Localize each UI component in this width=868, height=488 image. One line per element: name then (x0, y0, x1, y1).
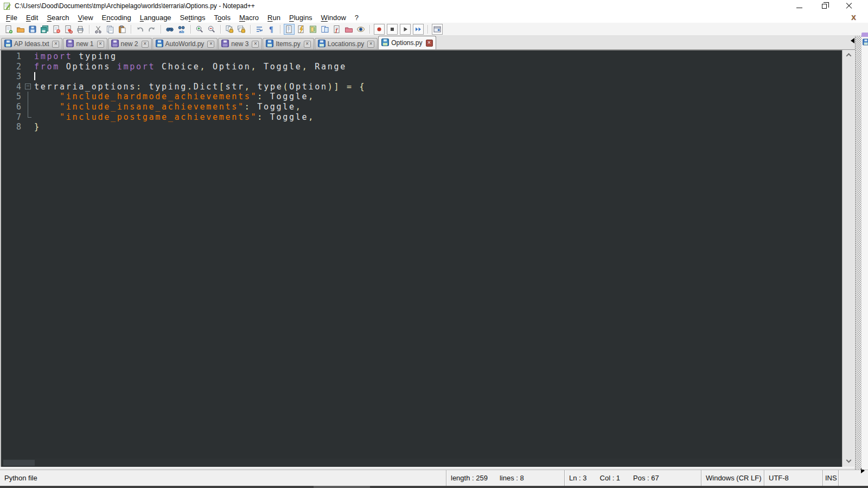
new-file-icon[interactable] (4, 24, 14, 34)
tab-locations-py[interactable]: Locations.py× (315, 38, 378, 49)
fold-margin[interactable]: − (24, 50, 33, 467)
status-ln: Ln : 3 (569, 474, 587, 482)
sync-v-icon[interactable] (225, 24, 234, 34)
document-close-x-icon[interactable]: X (851, 14, 856, 22)
status-bar: Python file length : 259 lines : 8 Ln : … (0, 470, 868, 486)
close-icon[interactable] (52, 24, 61, 34)
horizontal-scrollbar-thumb[interactable] (3, 460, 35, 466)
menu-item-plugins[interactable]: Plugins (285, 13, 317, 22)
save-all-icon[interactable] (40, 24, 49, 34)
menu-item-run[interactable]: Run (263, 13, 285, 22)
function-list-icon[interactable]: f (332, 24, 342, 34)
horizontal-scrollbar[interactable] (2, 459, 842, 467)
macro-panel-icon[interactable] (432, 24, 442, 34)
wrap-icon[interactable] (254, 24, 264, 34)
menu-item-settings[interactable]: Settings (176, 13, 210, 22)
folder-workspace-icon[interactable] (344, 24, 354, 34)
menu-item-help[interactable]: ? (350, 13, 363, 22)
taskbar-item (314, 486, 370, 488)
tab-close-icon[interactable]: × (52, 41, 59, 48)
print-icon[interactable] (75, 24, 85, 34)
show-symbols-icon[interactable]: ¶ (266, 24, 276, 34)
menu-item-search[interactable]: Search (42, 13, 73, 22)
tab-close-icon[interactable]: × (367, 41, 374, 48)
tab-options-py[interactable]: Options.py× (378, 36, 436, 49)
taskbar-strip (0, 486, 868, 488)
editor-area[interactable]: 12345678 − import typingfrom Options imp… (0, 50, 842, 467)
line-number: 6 (1, 102, 21, 112)
menu-item-view[interactable]: View (74, 13, 98, 22)
code-token: typing (143, 82, 187, 92)
toolbar-separator (190, 25, 191, 34)
code-token: . (187, 82, 194, 92)
menu-item-tools[interactable]: Tools (210, 13, 235, 22)
tab-new-3[interactable]: new 3× (218, 38, 262, 49)
close-button[interactable] (837, 1, 861, 11)
floppy-icon (318, 40, 326, 49)
menu-item-edit[interactable]: Edit (22, 13, 42, 22)
code-line: "include_insane_achievements": Toggle, (34, 102, 842, 112)
doc-map-icon[interactable] (308, 24, 318, 34)
floppy-icon (4, 40, 12, 49)
tab-close-icon[interactable]: × (304, 41, 311, 48)
code-token: typing (73, 52, 117, 61)
code-token (34, 112, 60, 122)
tab-new-2[interactable]: new 2× (108, 38, 152, 49)
cut-icon[interactable] (93, 24, 103, 34)
tab-close-icon[interactable]: × (142, 41, 149, 48)
menu-item-window[interactable]: Window (317, 13, 350, 22)
tab-new-1[interactable]: new 1× (63, 38, 107, 49)
background-window-tab (861, 33, 868, 37)
sync-h-icon[interactable] (237, 24, 246, 34)
run-lightning-icon[interactable] (296, 24, 306, 34)
menu-item-macro[interactable]: Macro (235, 13, 263, 22)
tab-label: Items.py (276, 40, 300, 48)
monitor-eye-icon[interactable] (356, 24, 366, 34)
menu-item-encoding[interactable]: Encoding (98, 13, 136, 22)
redo-icon[interactable] (147, 24, 157, 34)
menu-item-language[interactable]: Language (136, 13, 176, 22)
minimize-button[interactable] (787, 1, 812, 11)
replace-icon[interactable]: ab (177, 24, 187, 34)
vertical-scrollbar[interactable] (842, 50, 854, 467)
tab-close-icon[interactable]: × (207, 41, 214, 48)
floppy-icon (111, 40, 119, 49)
tab-close-icon[interactable]: × (426, 40, 433, 47)
indent-guide-icon[interactable] (284, 24, 294, 34)
tab-scroll-left-icon[interactable] (851, 38, 854, 43)
zoom-in-icon[interactable] (195, 24, 205, 34)
undo-icon[interactable] (135, 24, 145, 34)
tab-items-py[interactable]: Items.py× (263, 38, 314, 49)
tab-bar: AP Ideas.txt×new 1×new 2×AutoWorld.py×ne… (0, 36, 868, 50)
restore-button[interactable] (812, 1, 837, 11)
code-line: from Options import Choice, Option, Togg… (34, 62, 842, 72)
code-content[interactable]: import typingfrom Options import Choice,… (33, 50, 842, 467)
tab-close-icon[interactable]: × (97, 41, 104, 48)
zoom-out-icon[interactable] (207, 24, 216, 34)
open-icon[interactable] (16, 24, 25, 34)
tab-ap-ideas-txt[interactable]: AP Ideas.txt× (1, 38, 62, 49)
close-all-icon[interactable] (63, 24, 73, 34)
fold-collapse-icon[interactable]: − (25, 84, 31, 89)
status-insert-mode: INS (822, 470, 838, 486)
macro-multi-icon[interactable] (413, 24, 423, 34)
menu-item-file[interactable]: File (2, 13, 22, 22)
scroll-up-button[interactable] (843, 50, 854, 60)
status-length-lines: length : 259 lines : 8 (446, 470, 564, 486)
paste-icon[interactable] (117, 24, 127, 34)
fold-cell[interactable]: − (24, 82, 33, 92)
doc-list-icon[interactable] (320, 24, 330, 34)
code-line: "include_hardmode_achievements": Toggle, (34, 92, 842, 102)
macro-stop-icon[interactable] (387, 24, 397, 34)
save-icon[interactable] (28, 24, 37, 34)
code-token: , (245, 82, 251, 92)
copy-icon[interactable] (105, 24, 115, 34)
find-icon[interactable] (165, 24, 175, 34)
code-token: , (251, 62, 258, 72)
tab-autoworld-py[interactable]: AutoWorld.py× (152, 38, 218, 49)
code-token: ( (283, 82, 289, 92)
scroll-down-button[interactable] (843, 457, 854, 467)
macro-play-icon[interactable] (400, 24, 410, 34)
macro-record-icon[interactable] (374, 24, 384, 34)
tab-close-icon[interactable]: × (252, 41, 259, 48)
